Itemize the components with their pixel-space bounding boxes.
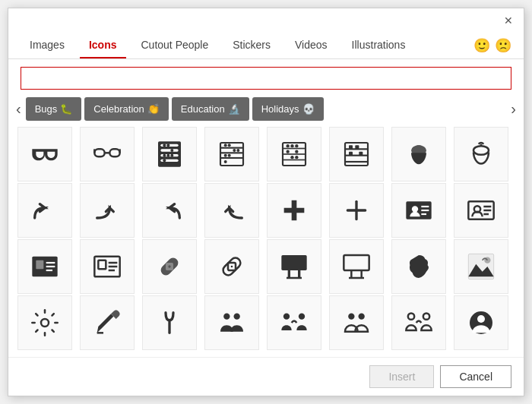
- svg-point-15: [170, 154, 173, 157]
- category-celebration[interactable]: Celebration 👏: [84, 97, 169, 121]
- bugs-emoji: 🐛: [60, 103, 72, 115]
- category-bugs[interactable]: Bugs 🐛: [26, 97, 82, 121]
- svg-point-38: [295, 156, 298, 159]
- svg-point-103: [283, 314, 290, 320]
- svg-rect-7: [160, 149, 178, 151]
- svg-rect-79: [281, 255, 306, 270]
- tab-stickers[interactable]: Stickers: [223, 33, 280, 58]
- icon-africa-solid[interactable]: [391, 239, 446, 294]
- svg-point-10: [163, 144, 166, 147]
- categories: Bugs 🐛 Celebration 👏 Education 🔬 Holiday…: [26, 97, 507, 121]
- icon-arrow-curve-left2[interactable]: [204, 183, 259, 238]
- icon-arrow-curve-left[interactable]: [142, 183, 197, 238]
- icon-billboard-solid[interactable]: [267, 239, 321, 294]
- icon-tuning-fork[interactable]: [142, 295, 197, 350]
- icon-arrow-curve-right2[interactable]: [80, 183, 135, 238]
- icon-contact-card-outline[interactable]: [454, 183, 508, 238]
- svg-line-98: [36, 330, 37, 332]
- celebration-emoji: 👏: [147, 103, 160, 115]
- tab-illustrations[interactable]: Illustrations: [343, 33, 415, 58]
- icon-acorn-outline[interactable]: [454, 127, 508, 181]
- icon-abacus-grid[interactable]: [204, 127, 259, 181]
- icon-person-circle[interactable]: [454, 295, 508, 350]
- icon-arrow-curve-right[interactable]: [17, 183, 72, 238]
- cancel-button[interactable]: Cancel: [440, 365, 511, 388]
- icon-bandage-solid[interactable]: [142, 239, 197, 294]
- icon-abacus-solid[interactable]: [142, 127, 197, 181]
- search-input[interactable]: [21, 67, 511, 90]
- svg-rect-64: [36, 260, 43, 270]
- icon-abacus-dots[interactable]: [267, 127, 321, 181]
- svg-point-54: [412, 206, 418, 212]
- svg-point-13: [163, 154, 166, 157]
- search-area: [8, 59, 524, 97]
- svg-rect-0: [94, 149, 104, 156]
- icon-people-group[interactable]: [204, 295, 259, 350]
- education-emoji: 🔬: [228, 103, 240, 115]
- svg-point-11: [166, 144, 169, 147]
- icon-3d-glasses-solid[interactable]: [17, 127, 72, 181]
- icon-plus-thin[interactable]: [329, 183, 384, 238]
- tab-icons[interactable]: Icons: [80, 33, 126, 58]
- svg-rect-44: [355, 145, 359, 149]
- insert-button[interactable]: Insert: [369, 365, 434, 388]
- icon-people-group2[interactable]: [329, 295, 384, 350]
- tab-videos[interactable]: Videos: [286, 33, 337, 58]
- svg-point-23: [233, 149, 236, 152]
- icon-acorn-solid[interactable]: [391, 127, 446, 181]
- icon-abacus-connect[interactable]: [329, 127, 384, 181]
- icon-people-link2[interactable]: [391, 295, 446, 350]
- happy-emoji[interactable]: 🙂: [473, 37, 490, 54]
- svg-point-49: [473, 146, 489, 155]
- icon-plus-thick[interactable]: [267, 183, 321, 238]
- svg-point-36: [295, 150, 298, 153]
- category-celebration-label: Celebration: [93, 103, 144, 115]
- icon-id-card-outline[interactable]: [80, 239, 135, 294]
- svg-point-78: [231, 266, 233, 268]
- svg-point-101: [223, 314, 230, 320]
- title-bar: ✕: [8, 8, 524, 33]
- svg-point-12: [170, 149, 173, 152]
- svg-rect-43: [349, 145, 353, 149]
- category-holidays-label: Holidays: [261, 103, 299, 115]
- svg-rect-1: [109, 149, 119, 156]
- svg-point-75: [168, 265, 170, 267]
- category-education[interactable]: Education 🔬: [172, 97, 249, 121]
- category-holidays[interactable]: Holidays 💀: [252, 97, 324, 121]
- svg-point-37: [290, 156, 293, 159]
- sad-emoji[interactable]: 🙁: [495, 37, 511, 54]
- icon-sun-sparkle[interactable]: [17, 295, 72, 350]
- icon-landscape-solid[interactable]: [454, 239, 508, 294]
- svg-point-35: [287, 150, 290, 153]
- category-bugs-label: Bugs: [35, 103, 58, 115]
- svg-point-27: [224, 160, 227, 163]
- icon-people-link[interactable]: [267, 295, 321, 350]
- svg-rect-69: [98, 260, 106, 270]
- dialog: ✕ Images Icons Cutout People Stickers Vi…: [8, 8, 524, 396]
- tab-cutout-people[interactable]: Cutout People: [132, 33, 218, 58]
- categories-row: ‹ Bugs 🐛 Celebration 👏 Education 🔬 Holid…: [8, 97, 524, 121]
- icon-bandage-outline[interactable]: [204, 239, 259, 294]
- icon-contact-card-solid[interactable]: [391, 183, 446, 238]
- svg-point-34: [295, 144, 298, 147]
- svg-point-106: [359, 314, 365, 320]
- icon-id-card-solid[interactable]: [17, 239, 72, 294]
- icon-pencil[interactable]: [80, 295, 135, 350]
- tab-images[interactable]: Images: [21, 33, 74, 58]
- close-button[interactable]: ✕: [499, 13, 518, 28]
- svg-point-104: [299, 314, 305, 320]
- svg-point-107: [408, 314, 414, 320]
- icon-billboard-outline[interactable]: [329, 239, 384, 294]
- svg-point-25: [224, 154, 227, 157]
- category-education-label: Education: [181, 103, 225, 115]
- icon-3d-glasses-outline[interactable]: [80, 127, 135, 181]
- svg-point-90: [41, 319, 49, 327]
- next-category-button[interactable]: ›: [506, 97, 521, 121]
- prev-category-button[interactable]: ‹: [11, 97, 26, 121]
- svg-point-105: [348, 314, 354, 320]
- svg-rect-83: [344, 255, 369, 270]
- svg-point-102: [234, 314, 240, 320]
- svg-rect-17: [220, 143, 243, 166]
- svg-point-24: [236, 149, 239, 152]
- icons-area: [8, 124, 524, 357]
